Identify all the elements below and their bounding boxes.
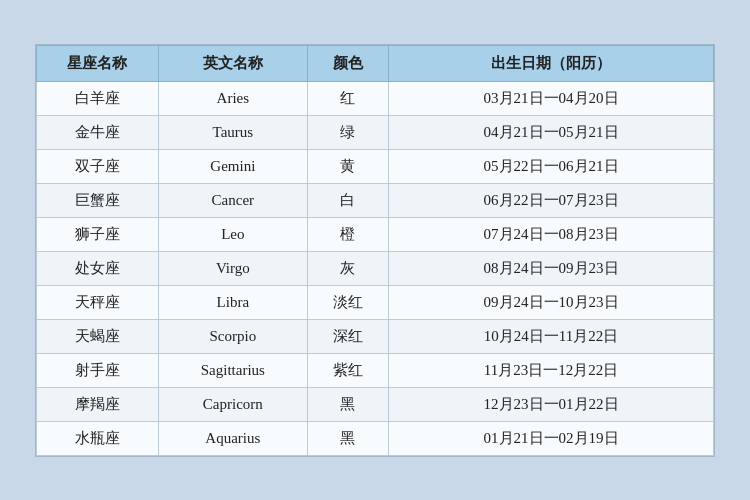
cell-chinese: 天秤座 <box>37 285 159 319</box>
cell-color: 黑 <box>307 387 388 421</box>
table-row: 白羊座Aries红03月21日一04月20日 <box>37 81 714 115</box>
cell-chinese: 金牛座 <box>37 115 159 149</box>
zodiac-table-container: 星座名称 英文名称 颜色 出生日期（阳历） 白羊座Aries红03月21日一04… <box>35 44 715 457</box>
table-body: 白羊座Aries红03月21日一04月20日金牛座Taurus绿04月21日一0… <box>37 81 714 455</box>
cell-chinese: 射手座 <box>37 353 159 387</box>
table-row: 天秤座Libra淡红09月24日一10月23日 <box>37 285 714 319</box>
cell-english: Scorpio <box>158 319 307 353</box>
cell-date: 03月21日一04月20日 <box>389 81 714 115</box>
cell-color: 红 <box>307 81 388 115</box>
cell-color: 橙 <box>307 217 388 251</box>
table-row: 双子座Gemini黄05月22日一06月21日 <box>37 149 714 183</box>
cell-chinese: 处女座 <box>37 251 159 285</box>
table-row: 天蝎座Scorpio深红10月24日一11月22日 <box>37 319 714 353</box>
cell-date: 10月24日一11月22日 <box>389 319 714 353</box>
cell-color: 灰 <box>307 251 388 285</box>
cell-chinese: 天蝎座 <box>37 319 159 353</box>
cell-chinese: 巨蟹座 <box>37 183 159 217</box>
cell-english: Aquarius <box>158 421 307 455</box>
zodiac-table: 星座名称 英文名称 颜色 出生日期（阳历） 白羊座Aries红03月21日一04… <box>36 45 714 456</box>
cell-chinese: 白羊座 <box>37 81 159 115</box>
cell-english: Capricorn <box>158 387 307 421</box>
cell-date: 07月24日一08月23日 <box>389 217 714 251</box>
cell-date: 06月22日一07月23日 <box>389 183 714 217</box>
cell-english: Gemini <box>158 149 307 183</box>
cell-english: Aries <box>158 81 307 115</box>
cell-color: 紫红 <box>307 353 388 387</box>
cell-date: 08月24日一09月23日 <box>389 251 714 285</box>
cell-color: 绿 <box>307 115 388 149</box>
cell-english: Taurus <box>158 115 307 149</box>
cell-english: Virgo <box>158 251 307 285</box>
cell-date: 11月23日一12月22日 <box>389 353 714 387</box>
table-row: 狮子座Leo橙07月24日一08月23日 <box>37 217 714 251</box>
header-english: 英文名称 <box>158 45 307 81</box>
cell-chinese: 水瓶座 <box>37 421 159 455</box>
table-row: 摩羯座Capricorn黑12月23日一01月22日 <box>37 387 714 421</box>
table-row: 处女座Virgo灰08月24日一09月23日 <box>37 251 714 285</box>
table-header-row: 星座名称 英文名称 颜色 出生日期（阳历） <box>37 45 714 81</box>
cell-english: Leo <box>158 217 307 251</box>
cell-color: 黄 <box>307 149 388 183</box>
cell-english: Cancer <box>158 183 307 217</box>
cell-date: 09月24日一10月23日 <box>389 285 714 319</box>
cell-english: Sagittarius <box>158 353 307 387</box>
header-chinese: 星座名称 <box>37 45 159 81</box>
cell-english: Libra <box>158 285 307 319</box>
cell-color: 淡红 <box>307 285 388 319</box>
table-row: 巨蟹座Cancer白06月22日一07月23日 <box>37 183 714 217</box>
cell-date: 04月21日一05月21日 <box>389 115 714 149</box>
cell-chinese: 双子座 <box>37 149 159 183</box>
cell-date: 01月21日一02月19日 <box>389 421 714 455</box>
table-row: 射手座Sagittarius紫红11月23日一12月22日 <box>37 353 714 387</box>
cell-color: 黑 <box>307 421 388 455</box>
table-row: 水瓶座Aquarius黑01月21日一02月19日 <box>37 421 714 455</box>
header-color: 颜色 <box>307 45 388 81</box>
cell-color: 深红 <box>307 319 388 353</box>
cell-chinese: 狮子座 <box>37 217 159 251</box>
table-row: 金牛座Taurus绿04月21日一05月21日 <box>37 115 714 149</box>
cell-color: 白 <box>307 183 388 217</box>
cell-date: 12月23日一01月22日 <box>389 387 714 421</box>
cell-chinese: 摩羯座 <box>37 387 159 421</box>
header-date: 出生日期（阳历） <box>389 45 714 81</box>
cell-date: 05月22日一06月21日 <box>389 149 714 183</box>
